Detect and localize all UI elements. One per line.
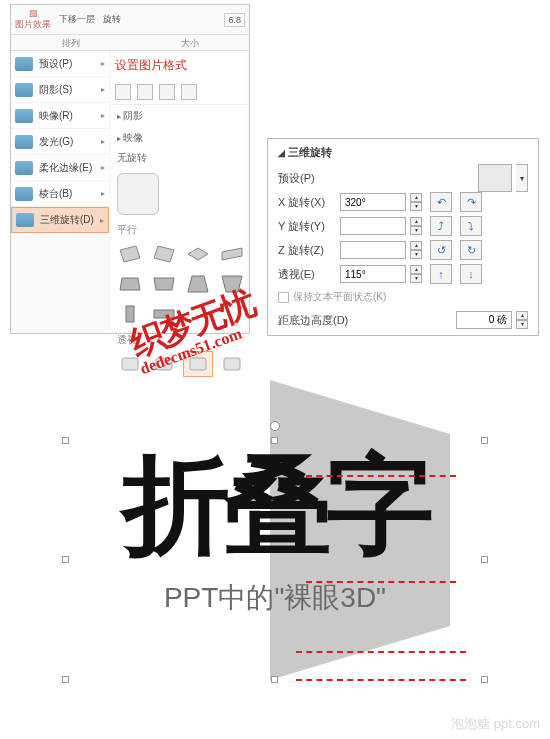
handle-tm[interactable] — [271, 437, 278, 444]
group-size: 大小 — [181, 37, 199, 50]
preset-item[interactable] — [149, 241, 179, 267]
handle-tr[interactable] — [481, 437, 488, 444]
main-text: 折叠字 — [66, 441, 484, 559]
sec-reflect[interactable]: 映像 — [111, 127, 247, 149]
svg-marker-1 — [154, 246, 174, 262]
glow-icon — [15, 135, 33, 149]
group-arrange: 排列 — [62, 37, 80, 50]
guide-line — [306, 475, 456, 477]
x-input[interactable] — [340, 193, 406, 211]
x-spinner[interactable]: ▴▾ — [410, 193, 422, 211]
preset-item[interactable] — [217, 271, 247, 297]
preset-dropdown[interactable]: ▾ — [516, 164, 528, 192]
svg-marker-0 — [120, 246, 140, 262]
ribbon-top: ▧ 图片效果 下移一层 旋转 6.8 — [11, 5, 249, 35]
svg-rect-13 — [224, 358, 240, 370]
preset-swatch[interactable] — [478, 164, 512, 192]
distance-spinner[interactable]: ▴▾ — [516, 311, 528, 329]
effect-reflection[interactable]: 映像(R)▸ — [11, 103, 109, 129]
textbox[interactable]: 折叠字 PPT中的"裸眼3D" — [65, 440, 485, 680]
guide-line — [296, 679, 466, 681]
tab-picture-icon[interactable] — [181, 84, 197, 100]
keep-flat-checkbox[interactable] — [278, 292, 289, 303]
sec-shadow[interactable]: 阴影 — [111, 105, 247, 127]
preset-item-selected[interactable] — [183, 351, 213, 377]
preset-item[interactable] — [183, 241, 213, 267]
handle-bm[interactable] — [271, 676, 278, 683]
svg-marker-3 — [222, 248, 242, 260]
y-down-btn[interactable]: ⤵ — [460, 216, 482, 236]
preset-item[interactable] — [217, 241, 247, 267]
rotation-title[interactable]: 三维旋转 — [268, 139, 538, 166]
x-right-btn[interactable]: ↷ — [460, 192, 482, 212]
preset-item[interactable] — [183, 271, 213, 297]
format-tabs[interactable] — [111, 80, 247, 105]
rotation-icon — [16, 213, 34, 227]
left-panel: ▧ 图片效果 下移一层 旋转 6.8 排列 大小 预设(P)▸ 阴影(S)▸ 映… — [10, 4, 250, 334]
handle-ml[interactable] — [62, 556, 69, 563]
distance-input[interactable] — [456, 311, 512, 329]
z-input[interactable] — [340, 241, 406, 259]
y-spinner[interactable]: ▴▾ — [410, 217, 422, 235]
effect-softedge[interactable]: 柔化边缘(E)▸ — [11, 155, 109, 181]
preset-item[interactable] — [115, 241, 145, 267]
persp-narrow-btn[interactable]: ↑ — [430, 264, 452, 284]
persp-spinner[interactable]: ▴▾ — [410, 265, 422, 283]
tab-effects-icon[interactable] — [137, 84, 153, 100]
tab-size-icon[interactable] — [159, 84, 175, 100]
no-rotation-preset[interactable] — [117, 173, 159, 215]
preset-item[interactable] — [115, 271, 145, 297]
persp-wide-btn[interactable]: ↓ — [460, 264, 482, 284]
y-input[interactable] — [340, 217, 406, 235]
softedge-icon — [15, 161, 33, 175]
rotation-panel: 三维旋转 预设(P) ▾ X 旋转(X) ▴▾ ↶ ↷ Y 旋转(Y) ▴▾ ⤴… — [267, 138, 539, 336]
effect-shadow[interactable]: 阴影(S)▸ — [11, 77, 109, 103]
svg-rect-12 — [190, 358, 206, 370]
keep-flat-label: 保持文本平面状态(K) — [293, 290, 386, 304]
x-left-btn[interactable]: ↶ — [430, 192, 452, 212]
no-rotation-label: 无旋转 — [111, 149, 247, 171]
handle-mr[interactable] — [481, 556, 488, 563]
svg-marker-2 — [188, 248, 208, 260]
parallel-label: 平行 — [111, 223, 247, 241]
bevel-icon — [15, 187, 33, 201]
svg-rect-9 — [154, 310, 174, 318]
effect-3drotation[interactable]: 三维旋转(D)▸ — [11, 207, 109, 233]
rotate-handle[interactable] — [270, 421, 280, 431]
preset-item[interactable] — [149, 351, 179, 377]
effect-preset[interactable]: 预设(P)▸ — [11, 51, 109, 77]
perspective-label: 透视 — [111, 333, 247, 351]
preset-item[interactable] — [217, 351, 247, 377]
svg-marker-4 — [120, 278, 140, 290]
tab-fill-icon[interactable] — [115, 84, 131, 100]
format-title: 设置图片格式 — [111, 51, 247, 80]
svg-rect-11 — [156, 358, 172, 370]
ribbon-groups: 排列 大小 — [11, 35, 249, 51]
guide-line — [306, 581, 456, 583]
y-label: Y 旋转(Y) — [278, 219, 336, 234]
preset-item[interactable] — [115, 351, 145, 377]
preset-label: 预设(P) — [278, 171, 336, 186]
btn-rotate[interactable]: 旋转 — [103, 13, 121, 26]
handle-br[interactable] — [481, 676, 488, 683]
preset-item[interactable] — [149, 271, 179, 297]
persp-label: 透视(E) — [278, 267, 336, 282]
height-value[interactable]: 6.8 — [224, 13, 245, 27]
preset-item[interactable] — [115, 301, 145, 327]
footer-credit: 泡泡糖 ppt.com — [451, 715, 540, 733]
preset-item[interactable] — [149, 301, 179, 327]
btn-send-back[interactable]: 下移一层 — [59, 13, 95, 26]
svg-rect-8 — [126, 306, 134, 322]
z-spinner[interactable]: ▴▾ — [410, 241, 422, 259]
svg-marker-6 — [188, 276, 208, 292]
z-ccw-btn[interactable]: ↺ — [430, 240, 452, 260]
distance-label: 距底边高度(D) — [278, 313, 368, 328]
handle-tl[interactable] — [62, 437, 69, 444]
handle-bl[interactable] — [62, 676, 69, 683]
effect-glow[interactable]: 发光(G)▸ — [11, 129, 109, 155]
y-up-btn[interactable]: ⤴ — [430, 216, 452, 236]
persp-input[interactable] — [340, 265, 406, 283]
effect-bevel[interactable]: 棱台(B)▸ — [11, 181, 109, 207]
btn-picture-effects[interactable]: ▧ 图片效果 — [15, 8, 51, 31]
z-cw-btn[interactable]: ↻ — [460, 240, 482, 260]
